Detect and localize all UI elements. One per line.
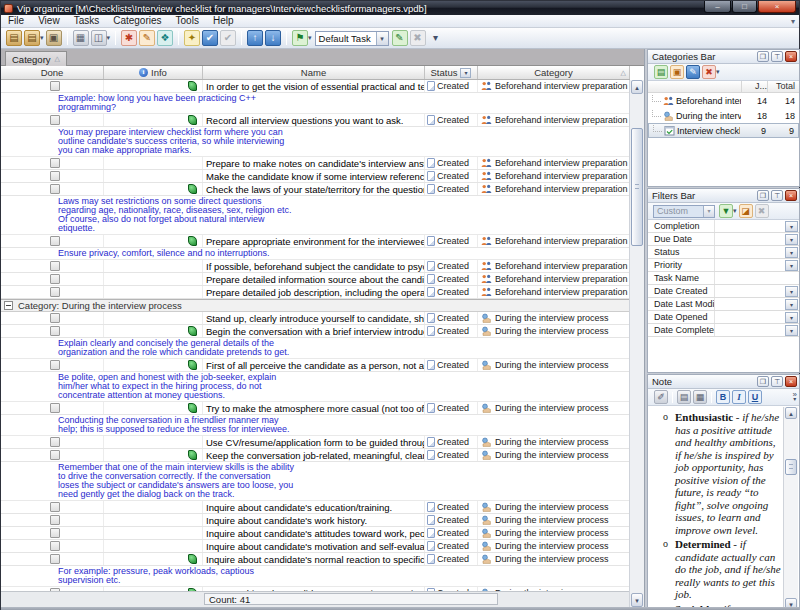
scroll-down-icon[interactable]: ▾ (631, 593, 643, 607)
table-row[interactable]: Prepare to make notes on candidate's int… (1, 157, 630, 170)
scrollbar-thumb[interactable] (785, 459, 797, 475)
uncomplete-task-button[interactable]: ✔ (220, 30, 236, 46)
duplicate-task-button[interactable]: ❖ (157, 30, 173, 46)
note-pin-button[interactable]: ⊤ (771, 376, 783, 387)
task-checkbox[interactable] (50, 171, 60, 181)
filters-bar-float-button[interactable]: ❐ (757, 190, 769, 201)
table-row[interactable]: Inquire about candidate's education/trai… (1, 501, 630, 514)
task-name-cell[interactable]: Make the candidate know if some intervie… (203, 170, 425, 182)
print-note-button[interactable]: ▦ (693, 390, 707, 404)
categories-bar-pin-button[interactable]: ⊤ (771, 51, 783, 62)
menu-view[interactable]: View (31, 15, 67, 27)
chevron-down-icon[interactable]: ▾ (703, 206, 714, 217)
collapse-icon[interactable] (4, 301, 13, 310)
filter-value-field[interactable] (714, 272, 799, 284)
filter-value-field[interactable] (714, 324, 785, 336)
filter-value-field[interactable] (714, 311, 785, 323)
task-name-cell[interactable]: Prepare appropriate environment for the … (203, 235, 425, 247)
task-name-cell[interactable]: First of all perceive the candidate as a… (203, 359, 425, 371)
task-name-cell[interactable]: Keep the conversation job-related, meani… (203, 449, 425, 461)
table-row[interactable]: Make the candidate know if some intervie… (1, 170, 630, 183)
filter-value-field[interactable] (714, 259, 785, 271)
menu-file[interactable]: File (1, 15, 31, 27)
print-preview-button[interactable]: ◫ (91, 30, 107, 46)
toolbar-overflow-button[interactable]: ▾ (428, 30, 444, 46)
note-float-button[interactable]: ❐ (757, 376, 769, 387)
task-checkbox[interactable] (50, 115, 60, 125)
table-row[interactable]: Inquire about candidate's work history.C… (1, 514, 630, 527)
table-row[interactable]: Inquire about candidate's motivation and… (1, 540, 630, 553)
task-name-cell[interactable]: In order to get the vision of essential … (203, 80, 425, 92)
task-checkbox[interactable] (50, 360, 60, 370)
table-row[interactable]: If possible, beforehand subject the cand… (1, 260, 630, 273)
note-scrollbar[interactable]: ▴ ▾ (783, 407, 798, 610)
chevron-down-icon[interactable]: ▾ (107, 34, 111, 42)
save-file-button[interactable]: ▣ (46, 30, 62, 46)
category-list-item[interactable]: Interview checklist exam99 (648, 123, 799, 138)
note-close-button[interactable]: × (785, 376, 797, 387)
edit-task-button[interactable]: ✎ (139, 30, 155, 46)
clear-filter-button[interactable]: ◪ (739, 204, 753, 218)
task-name-cell[interactable]: Inquire about candidate's motivation and… (203, 540, 425, 552)
task-name-cell[interactable]: Use CV/resume/application form to be gui… (203, 436, 425, 448)
column-header-name[interactable]: Name (203, 66, 425, 79)
task-checkbox[interactable] (50, 502, 60, 512)
task-template-combo[interactable]: Default Task▾ (315, 31, 389, 46)
filter-value-field[interactable] (714, 233, 785, 245)
menu-tools[interactable]: Tools (169, 15, 206, 27)
menu-tasks[interactable]: Tasks (67, 15, 107, 27)
note-toolbar-overflow-icon[interactable]: »▾ (793, 392, 797, 402)
filter-value-field[interactable] (714, 220, 785, 232)
chevron-down-icon[interactable]: ▾ (785, 260, 798, 271)
task-name-cell[interactable]: Try to make the atmosphere more casual (… (203, 402, 425, 414)
task-name-cell[interactable]: Check the laws of your state/territory f… (203, 183, 425, 195)
chevron-down-icon[interactable]: ▾ (785, 286, 798, 297)
task-checkbox[interactable] (50, 158, 60, 168)
task-checkbox[interactable] (50, 313, 60, 323)
table-row[interactable]: In order to get the vision of essential … (1, 80, 630, 93)
close-button[interactable]: × (758, 1, 796, 13)
chevron-down-icon[interactable]: ▾ (716, 68, 720, 76)
scrollbar-thumb[interactable] (631, 128, 643, 246)
scroll-up-icon[interactable]: ▴ (785, 407, 797, 419)
task-name-cell[interactable]: Inquire about candidate's normal reactio… (203, 553, 425, 565)
categories-bar-close-button[interactable]: × (785, 51, 797, 62)
italic-button[interactable]: I (732, 390, 746, 404)
group-by-tab-category[interactable]: Category △ (5, 51, 67, 66)
open-file-button[interactable]: ▤ (24, 30, 40, 46)
task-checkbox[interactable] (50, 515, 60, 525)
chevron-down-icon[interactable]: ▾ (308, 34, 312, 42)
filters-bar-close-button[interactable]: × (785, 190, 797, 201)
add-category-button[interactable]: ▤ (654, 65, 668, 79)
insert-hyperlink-button[interactable]: ✐ (654, 390, 668, 404)
task-name-cell[interactable]: Inquire about candidate's education/trai… (203, 501, 425, 513)
chevron-down-icon[interactable]: ▾ (785, 325, 798, 336)
table-row[interactable]: Inquire about candidate's attitudes towa… (1, 527, 630, 540)
apply-template-button[interactable]: ✎ (392, 30, 408, 46)
category-list-item[interactable]: During the interview pro1818 (648, 108, 799, 123)
toggle-notes-button[interactable]: ✦ (184, 30, 200, 46)
task-checkbox[interactable] (50, 236, 60, 246)
new-task-button[interactable]: ✱ (121, 30, 137, 46)
column-header-category[interactable]: Category △ (478, 66, 630, 79)
minimize-button[interactable]: – (704, 1, 731, 13)
task-name-cell[interactable]: Inquire about candidate's attitudes towa… (203, 527, 425, 539)
task-checkbox[interactable] (50, 528, 60, 538)
task-name-cell[interactable]: If possible, beforehand subject the cand… (203, 260, 425, 272)
column-header-info[interactable]: i Info (104, 66, 203, 79)
group-header-row[interactable]: Category: During the interview process (1, 299, 630, 312)
table-row[interactable]: Try to make the atmosphere more casual (… (1, 402, 630, 415)
chevron-down-icon[interactable]: ▾ (376, 32, 388, 45)
add-subcategory-button[interactable]: ▣ (670, 65, 684, 79)
table-row[interactable]: First of all perceive the candidate as a… (1, 359, 630, 372)
apply-filter-button[interactable]: ▼ (719, 204, 733, 218)
task-checkbox[interactable] (50, 437, 60, 447)
table-row[interactable]: Stand up, clearly introduce yourself to … (1, 312, 630, 325)
column-header-status[interactable]: Status ▾ (425, 66, 478, 79)
filter-value-field[interactable] (714, 298, 785, 310)
chevron-down-icon[interactable]: ▾ (785, 312, 798, 323)
task-checkbox[interactable] (50, 450, 60, 460)
remove-template-button[interactable]: ✖ (410, 30, 426, 46)
table-row[interactable]: Keep the conversation job-related, meani… (1, 449, 630, 462)
grid-scrollbar[interactable]: ▴ ▾ (629, 80, 644, 607)
